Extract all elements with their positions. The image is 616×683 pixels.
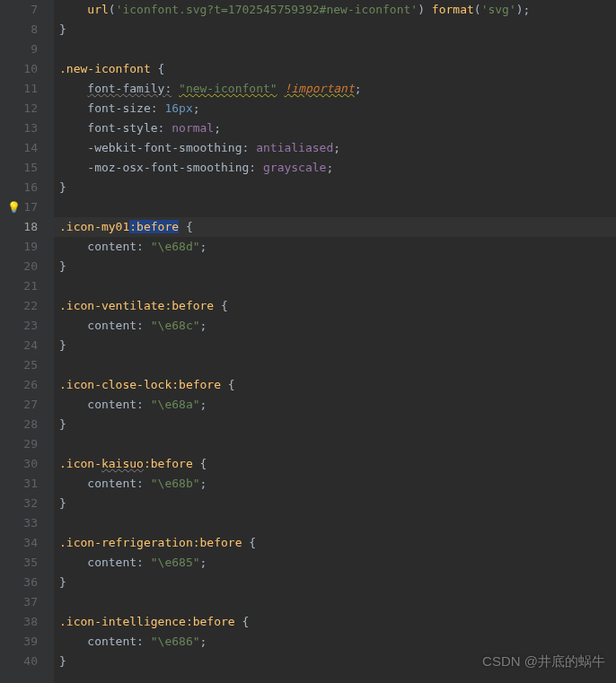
code-token: .icon-close-lock — [59, 378, 172, 391]
line-number: 12 — [0, 99, 38, 118]
code-token: "\e686" — [151, 635, 200, 648]
line-number: 33 — [0, 513, 38, 533]
line-number: 24 — [0, 336, 38, 355]
code-line[interactable]: } — [54, 178, 616, 197]
code-token: { — [200, 457, 207, 470]
code-token: } — [59, 417, 66, 431]
code-line[interactable]: .icon-close-lock:before { — [54, 375, 616, 395]
code-token: ) — [418, 3, 432, 16]
code-token: font-family: — [87, 82, 172, 95]
code-line[interactable]: content: "\e68d"; — [54, 237, 616, 257]
code-line[interactable]: } — [54, 652, 616, 671]
code-line[interactable]: .icon-intelligence:before { — [54, 612, 616, 632]
code-line[interactable]: 💡 — [54, 197, 616, 217]
line-number: 21 — [0, 276, 38, 296]
code-line[interactable]: } — [54, 573, 616, 592]
code-token: } — [59, 496, 66, 510]
code-token: content: — [87, 319, 150, 332]
code-token: .icon-ventilate — [59, 299, 164, 312]
code-token: :before — [172, 378, 228, 391]
line-number: 26 — [0, 375, 38, 395]
line-number: 34 — [0, 533, 38, 553]
code-token: ; — [200, 556, 207, 569]
line-number: 36 — [0, 573, 38, 592]
code-line[interactable]: url('iconfont.svg?t=1702545759392#new-ic… — [54, 0, 616, 20]
code-token: ; — [200, 477, 207, 490]
line-number: 25 — [0, 355, 38, 375]
code-token: antialiased — [256, 141, 333, 154]
code-token: .new-iconfont — [59, 62, 158, 75]
code-token: ; — [200, 240, 207, 253]
code-line[interactable] — [54, 592, 616, 612]
line-number: 37 — [0, 592, 38, 612]
code-line[interactable]: } — [54, 20, 616, 39]
code-line[interactable]: -moz-osx-font-smoothing: grayscale; — [54, 158, 616, 178]
code-line[interactable] — [54, 39, 616, 59]
code-line[interactable]: .icon-ventilate:before { — [54, 296, 616, 316]
code-line[interactable]: } — [54, 257, 616, 276]
code-line[interactable]: .icon-refrigeration:before { — [54, 533, 616, 553]
code-token: content: — [87, 556, 150, 569]
code-line[interactable]: .icon-kaisuo:before { — [54, 454, 616, 474]
code-line[interactable] — [54, 434, 616, 454]
code-token: ; — [355, 82, 362, 95]
line-number: 15 — [0, 158, 38, 178]
code-token: { — [186, 220, 193, 233]
code-token: "\e68d" — [151, 240, 200, 253]
code-line[interactable]: content: "\e68a"; — [54, 395, 616, 415]
code-line[interactable]: content: "\e685"; — [54, 553, 616, 573]
code-token: .icon-intelligence — [59, 615, 186, 628]
code-line[interactable]: content: "\e68c"; — [54, 316, 616, 336]
line-number: 11 — [0, 79, 38, 99]
code-token: font-size: — [87, 101, 164, 115]
code-token: .icon- — [59, 457, 101, 470]
code-token: grayscale — [263, 161, 326, 174]
code-line[interactable] — [54, 513, 616, 533]
lightbulb-icon[interactable]: 💡 — [7, 197, 21, 217]
code-line[interactable]: -webkit-font-smoothing: antialiased; — [54, 138, 616, 158]
code-line[interactable]: } — [54, 494, 616, 513]
line-number: 10 — [0, 59, 38, 79]
code-token: ; — [200, 398, 207, 411]
code-token: kaisuo — [101, 457, 144, 470]
line-number: 18 — [0, 217, 38, 237]
code-area[interactable]: url('iconfont.svg?t=1702545759392#new-ic… — [54, 0, 616, 683]
code-token: { — [158, 62, 165, 75]
code-line[interactable]: content: "\e68b"; — [54, 474, 616, 494]
code-token: ; — [333, 141, 340, 154]
line-number: 22 — [0, 296, 38, 316]
code-line[interactable]: font-family: "new-iconfont" !important; — [54, 79, 616, 99]
code-token: { — [221, 299, 228, 312]
code-editor[interactable]: 7891011121314151617181920212223242526272… — [0, 0, 616, 683]
code-token: :before — [193, 536, 250, 549]
code-line[interactable] — [54, 355, 616, 375]
code-line[interactable] — [54, 276, 616, 296]
code-token: 16px — [164, 101, 192, 115]
line-number: 14 — [0, 138, 38, 158]
code-line[interactable]: } — [54, 336, 616, 355]
line-number: 39 — [0, 632, 38, 652]
code-token: ; — [214, 121, 221, 135]
code-token: ( — [474, 3, 481, 16]
code-line[interactable]: font-style: normal; — [54, 118, 616, 138]
code-token: { — [228, 378, 235, 391]
code-token: "new-iconfont" — [179, 82, 277, 95]
code-line[interactable]: } — [54, 415, 616, 434]
line-number: 35 — [0, 553, 38, 573]
code-token: :before — [144, 457, 200, 470]
code-line[interactable]: font-size: 16px; — [54, 99, 616, 118]
code-token: -webkit-font-smoothing: — [87, 141, 256, 154]
code-line[interactable]: .new-iconfont { — [54, 59, 616, 79]
code-token: } — [59, 654, 66, 668]
code-token: { — [242, 615, 250, 628]
line-number: 9 — [0, 39, 38, 59]
code-token: format — [432, 3, 474, 16]
code-token: url — [87, 3, 108, 16]
code-line[interactable]: content: "\e686"; — [54, 632, 616, 652]
code-token: .icon-my01 — [59, 220, 129, 233]
code-token: 'svg' — [481, 3, 516, 16]
code-token: "\e685" — [151, 556, 200, 569]
code-token: ; — [326, 161, 333, 174]
code-token: content: — [87, 398, 150, 411]
code-line[interactable]: .icon-my01:before { — [54, 217, 616, 237]
